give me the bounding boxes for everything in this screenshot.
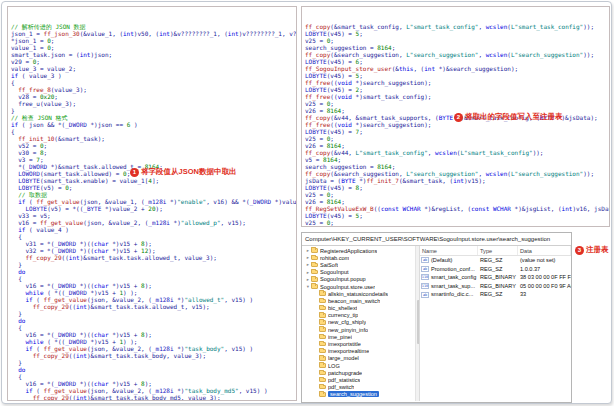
tree-item[interactable]: ▸RegisteredApplications [303,247,419,254]
folder-icon [319,299,326,304]
code-line: search_suggestion = 8164; [305,44,606,51]
annotation-1: 1 将字段值从JSON数据中取出 [130,167,236,177]
tree-item[interactable]: new_pinyin_info [303,326,419,333]
tree-item-label: currency_tip [328,312,358,318]
value-row[interactable]: ab(Default)REG_SZ(value not set) [420,256,571,265]
tree-item[interactable]: search_suggestion [303,391,419,398]
tree-item[interactable]: ▸SogouInput.popup [303,276,419,283]
code-line: LOBYTE(v45) = 6; [305,58,606,65]
value-row[interactable]: abPromotion_conf...REG_SZ1.0.0.37 [420,265,571,274]
tree-item-label: ime_pinei [328,334,352,340]
tree-item-label: pdf_switch [328,384,354,390]
code-line: v25 = 0; [305,219,606,226]
tree-item[interactable]: LOG [303,362,419,369]
folder-icon [311,256,318,261]
code-line: if ( ff_get_value(json, &value_2, (_m128… [11,345,293,352]
tree-item[interactable]: new_cfg_shiply [303,319,419,326]
code-line: ff_copy(&search_suggestion, L"search_sug… [305,170,606,177]
tree-item[interactable]: imexportrealtime [303,348,419,355]
column-header[interactable]: Type [478,246,518,255]
code-line: v16 = *(_DWORD *)((char *)v15 + 8); [11,380,293,387]
value-data: 05 00 00 00 F0 9F A4 96 E7 9A 84 E8 AF A… [518,282,571,291]
tree-item[interactable]: patchupgrade [303,369,419,376]
registry-values-pane: NameTypeData ab(Default)REG_SZ(value not… [420,246,571,401]
tree-item-label: SogouInput [320,269,349,275]
code-line: v16 = ff_get_value(json, &value_2, (_m12… [11,219,293,226]
code-line: } [11,310,293,317]
folder-icon [319,371,326,376]
code-line: LOBYTE(v45) = 5; [305,30,606,37]
annotation-2-text: 将取出的字段值写入至注册表 [465,112,563,122]
tree-item[interactable]: pdf_statistics [303,376,419,383]
value-type: REG_SZ [478,290,518,299]
tree-item[interactable]: pdf_switch [303,384,419,391]
value-row[interactable]: 110smart_task_configREG_BINARY38 03 00 0… [420,273,571,282]
tree-item[interactable]: currency_tip [303,312,419,319]
code-line: LOBYTE(v45) = 2; [305,86,606,93]
registry-window: Computer\HKEY_CURRENT_USER\SOFTWARE\Sogo… [301,232,572,403]
circled-1-badge: 1 [130,168,139,177]
folder-icon [319,378,326,383]
code-line: LOBYTE(v45) = 5; [305,72,606,79]
tree-item[interactable]: bic_shellext [303,305,419,312]
code-line: v5 = 8164; [305,156,606,163]
folder-icon [319,306,326,311]
value-row[interactable]: absmartinfo_dic.c...REG_SZ33 [420,290,571,299]
code-line: LOBYTE(v5) = 0; [11,184,293,191]
tree-scrollbar[interactable] [415,246,419,401]
tree-item[interactable]: large_model [303,355,419,362]
code-line: v16 = *(_DWORD *)((char *)v15 + 8); [11,331,293,338]
tree-item[interactable]: allskin_statusicondetails [303,290,419,297]
code-line: ff_RegSetValueExW_B((const WCHAR *)&regL… [305,205,606,212]
tree-item-label: RegisteredApplications [320,248,377,254]
code-line: ff_copy(&search_suggestion, L"search_sug… [305,51,606,58]
tree-item[interactable]: beacon_main_switch [303,297,419,304]
code-line: while ( *((_DWORD *)v15 + 1) ); [11,338,293,345]
tree-item[interactable]: ime_pinei [303,333,419,340]
code-line: v32 = *(_DWORD *)((char *)v15 + 12); [11,247,293,254]
tree-item[interactable]: ▸SogouInput [303,269,419,276]
tree-item[interactable]: imexportstitle [303,340,419,347]
code-line: v25 = 0; [305,135,606,142]
value-data: 1.0.0.37 [518,265,571,274]
code-line: } [11,359,293,366]
code-line: // 检查 JSON 格式 [11,114,293,121]
code-line: ff_copy_29((int)&smart_task.task_body, v… [11,352,293,359]
code-line: ff_SogouInput_store_user(&this, (int *)&… [305,65,606,72]
scrollbar-thumb[interactable] [417,300,420,343]
folder-icon [319,392,326,397]
code-line: { [11,233,293,240]
left-code-panel: // 解析传进的 JSON 数据json_1 = ff_json_30(&val… [7,6,297,401]
value-row[interactable]: 110smart_task_sup...REG_BINARY05 00 00 0… [420,282,571,291]
value-name: (Default) [431,256,452,265]
value-data: (value not set) [518,256,571,265]
value-type: REG_SZ [478,256,518,265]
code-line: do [11,366,293,373]
column-header[interactable]: Name [420,246,478,255]
tree-item[interactable]: ▾SogouInput.store.user [303,283,419,290]
value-type: REG_BINARY [478,273,518,282]
string-value-icon: ab [421,266,429,272]
tree-item-label: LOG [328,363,340,369]
circled-3-badge: 3 [575,246,584,255]
registry-address-bar[interactable]: Computer\HKEY_CURRENT_USER\SOFTWARE\Sogo… [302,233,571,246]
code-line: LOBYTE(v45) = 7; [305,128,606,135]
value-name: smartinfo_dic.c... [431,290,473,299]
code-line: ff_free((void *)smart_task_config); [305,93,606,100]
right-code: ff_copy(&smart_task_config, L"smart_task… [305,23,606,227]
code-line: v33 = v5; [11,212,293,219]
code-line: *json_1 = 0; [11,37,293,44]
column-header[interactable]: Data [518,246,571,255]
folder-icon [319,327,326,332]
code-line: v25 = 0; [305,37,606,44]
tree-item[interactable]: ▸rohitab.com [303,254,419,261]
values-rows: ab(Default)REG_SZ(value not set)abPromot… [420,256,571,299]
tree-item[interactable]: ▸SaiSoft [303,261,419,268]
tree-item-label: allskin_statusicondetails [328,291,388,297]
code-line: free_u(value_3); [11,100,293,107]
tree-item-label: SaiSoft [320,262,338,268]
tree-item-label: SogouInput.popup [320,276,366,282]
annotation-1-text: 将字段值从JSON数据中取出 [141,167,236,177]
folder-icon [311,284,318,289]
code-line: jsData = (BYTE *)ff_init_7(&smart_task, … [305,177,606,184]
